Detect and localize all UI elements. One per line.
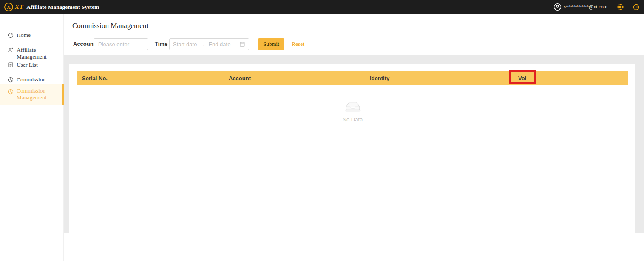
- topbar: X XT Affiliate Management System s******…: [0, 0, 644, 14]
- affiliate-icon: [8, 47, 14, 53]
- date-range-picker[interactable]: Start date → End date: [169, 38, 249, 50]
- account-filter-label: Account: [73, 41, 95, 47]
- empty-state: No Data: [77, 85, 628, 137]
- user-email: s*********@xt.com: [564, 4, 607, 10]
- logout-icon[interactable]: [633, 3, 640, 11]
- user-list-icon: [8, 62, 14, 68]
- page-title: Commission Management: [72, 22, 148, 30]
- xt-logo-icon: X: [4, 3, 13, 11]
- time-filter-label: Time: [155, 41, 167, 47]
- start-date-placeholder: Start date: [173, 41, 197, 48]
- brand-name: XT: [15, 3, 23, 11]
- table-card: Serial No. Account Identity Vol No Data: [69, 64, 635, 261]
- content-header: [64, 14, 644, 55]
- user-avatar-icon: [553, 3, 562, 11]
- range-separator-arrow-icon: →: [200, 42, 205, 47]
- sidebar-item-label: User List: [17, 62, 40, 68]
- brand-title: Affiliate Management System: [26, 4, 99, 11]
- pie-chart-icon: [8, 89, 14, 95]
- column-header-identity: Identity: [365, 71, 513, 85]
- account-input[interactable]: [94, 38, 148, 50]
- dashboard-icon: [8, 32, 14, 38]
- sidebar-item-label: Affiliate Management: [17, 47, 64, 60]
- column-header-serial-no: Serial No.: [77, 71, 224, 85]
- sidebar-item-label: Commission Management: [17, 87, 64, 101]
- sidebar-item-affiliate-management[interactable]: Affiliate Management: [0, 47, 64, 60]
- pie-chart-icon: [8, 77, 14, 83]
- app-root: X XT Affiliate Management System s******…: [0, 0, 644, 261]
- reset-link[interactable]: Reset: [292, 41, 304, 48]
- column-header-account: Account: [224, 71, 365, 85]
- sidebar-item-home[interactable]: Home: [0, 32, 64, 39]
- end-date-placeholder: End date: [208, 41, 230, 48]
- empty-box-icon: [343, 99, 363, 113]
- sidebar-item-commission-management[interactable]: Commission Management: [0, 84, 64, 105]
- sidebar-item-user-list[interactable]: User List: [0, 62, 64, 68]
- submit-button[interactable]: Submit: [258, 38, 284, 50]
- sidebar-item-label: Home: [17, 32, 33, 39]
- language-globe-icon[interactable]: [617, 3, 624, 11]
- empty-state-text: No Data: [343, 116, 363, 123]
- sidebar: Home Affiliate Management User List: [0, 14, 64, 261]
- column-header-vol: Vol: [513, 71, 628, 85]
- calendar-icon: [239, 41, 245, 47]
- table-header-row: Serial No. Account Identity Vol: [77, 71, 628, 85]
